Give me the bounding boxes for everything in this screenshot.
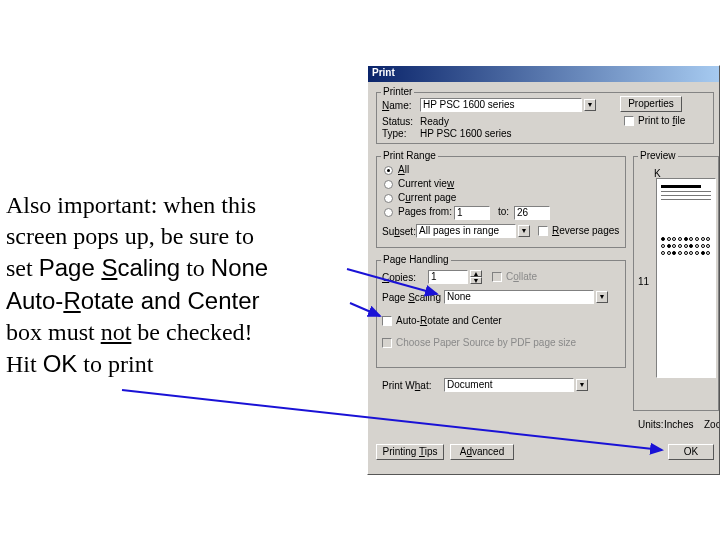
choose-paper-label: Choose Paper Source by PDF page size (396, 337, 576, 348)
copies-label: Copies: (382, 272, 416, 283)
printer-type-value: HP PSC 1600 series (420, 128, 512, 139)
copies-input[interactable]: 1 (428, 270, 468, 284)
subset-label: Subset: (382, 226, 416, 237)
dialog-titlebar: Print (368, 66, 719, 82)
auto-rotate-label: Auto-Rotate and Center (396, 315, 502, 326)
copies-up[interactable]: ▲ (470, 270, 482, 277)
page-scaling-label: Page Scaling (382, 292, 441, 303)
preview-group-title: Preview (638, 150, 678, 161)
range-currentview-label: Current view (398, 178, 454, 189)
print-what-label: Print What: (382, 380, 431, 391)
printing-tips-button[interactable]: Printing Tips (376, 444, 444, 460)
page-scaling-combo-btn[interactable]: ▼ (596, 291, 608, 303)
instruction-line-4: Auto-Rotate and Center (6, 285, 361, 317)
instruction-line-1: Also important: when this (6, 190, 361, 221)
range-pages-radio[interactable] (384, 208, 393, 217)
subset-combo[interactable]: All pages in range (416, 224, 516, 238)
zoom-label: Zoo (704, 419, 720, 430)
printer-name-combo-btn[interactable]: ▼ (584, 99, 596, 111)
choose-paper-checkbox (382, 338, 392, 348)
advanced-button[interactable]: Advanced (450, 444, 514, 460)
instruction-text: Also important: when this screen pops up… (6, 190, 361, 380)
range-all-label: All (398, 164, 409, 175)
preview-height-label: 11 (638, 276, 649, 287)
range-pages-label: Pages from: (398, 206, 452, 217)
page-scaling-combo[interactable]: None (444, 290, 594, 304)
instruction-line-2: screen pops up, be sure to (6, 221, 361, 252)
print-dialog: Print Printer Name: HP PSC 1600 series ▼… (367, 65, 720, 475)
printer-status-value: Ready (420, 116, 449, 127)
range-currentpage-radio[interactable] (384, 194, 393, 203)
print-what-combo[interactable]: Document (444, 378, 574, 392)
pages-to-input[interactable]: 26 (514, 206, 550, 220)
instruction-line-5: box must not be checked! (6, 317, 361, 348)
range-all-radio[interactable] (384, 166, 393, 175)
collate-label: Collate (506, 271, 537, 282)
instruction-line-6: Hit OK to print (6, 348, 361, 380)
units-label: Units: (638, 419, 664, 430)
copies-down[interactable]: ▼ (470, 277, 482, 284)
collate-checkbox (492, 272, 502, 282)
print-what-combo-btn[interactable]: ▼ (576, 379, 588, 391)
printer-name-combo[interactable]: HP PSC 1600 series (420, 98, 582, 112)
preview-page (656, 178, 716, 378)
page-handling-group-title: Page Handling (381, 254, 451, 265)
print-range-group-title: Print Range (381, 150, 438, 161)
ok-button[interactable]: OK (668, 444, 714, 460)
print-to-file-checkbox[interactable] (624, 116, 634, 126)
reverse-pages-label: Reverse pages (552, 225, 619, 236)
print-to-file-label: Print to file (638, 115, 685, 126)
subset-combo-btn[interactable]: ▼ (518, 225, 530, 237)
range-to-label: to: (498, 206, 509, 217)
instruction-line-3: set Page Scaling to None (6, 252, 361, 284)
printer-type-label: Type: (382, 128, 406, 139)
range-currentview-radio[interactable] (384, 180, 393, 189)
printer-status-label: Status: (382, 116, 413, 127)
auto-rotate-checkbox[interactable] (382, 316, 392, 326)
range-currentpage-label: Current page (398, 192, 456, 203)
pages-from-input[interactable]: 1 (454, 206, 490, 220)
units-value: Inches (664, 419, 693, 430)
printer-name-label: Name: (382, 100, 411, 111)
properties-button[interactable]: Properties (620, 96, 682, 112)
printer-group-title: Printer (381, 86, 414, 97)
reverse-pages-checkbox[interactable] (538, 226, 548, 236)
